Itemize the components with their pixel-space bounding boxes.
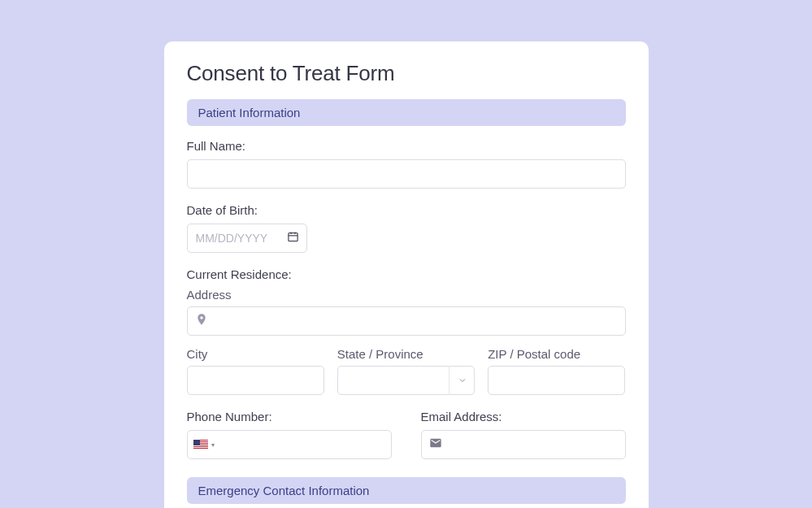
state-select[interactable]: [337, 366, 475, 395]
form-title: Consent to Treat Form: [187, 61, 626, 86]
city-label: City: [187, 347, 324, 361]
city-input[interactable]: [187, 366, 324, 395]
field-dob: Date of Birth:: [187, 203, 626, 253]
section-header-patient: Patient Information: [187, 99, 626, 126]
field-residence: Current Residence: Address City State / …: [187, 267, 626, 395]
field-phone: Phone Number: ▾: [187, 410, 392, 459]
address-input[interactable]: [187, 306, 626, 336]
dob-label: Date of Birth:: [187, 203, 626, 217]
email-input[interactable]: [421, 430, 626, 459]
full-name-input[interactable]: [187, 159, 626, 189]
zip-input[interactable]: [488, 366, 625, 395]
section-header-emergency: Emergency Contact Information: [187, 477, 626, 504]
field-full-name: Full Name:: [187, 139, 626, 189]
state-label: State / Province: [337, 347, 475, 361]
email-label: Email Address:: [421, 410, 626, 423]
field-city: City: [187, 347, 324, 395]
field-zip: ZIP / Postal code: [488, 347, 625, 395]
country-flag-selector[interactable]: ▾: [193, 440, 215, 449]
phone-input[interactable]: [187, 430, 392, 459]
residence-label: Current Residence:: [187, 267, 626, 281]
chevron-down-icon: ▾: [211, 441, 215, 449]
dob-input[interactable]: [187, 224, 307, 253]
field-state: State / Province: [337, 347, 475, 395]
phone-label: Phone Number:: [187, 410, 392, 423]
form-card: Consent to Treat Form Patient Informatio…: [164, 41, 649, 508]
us-flag-icon: [193, 440, 208, 449]
address-label: Address: [187, 288, 626, 302]
field-email: Email Address:: [421, 410, 626, 459]
full-name-label: Full Name:: [187, 139, 626, 153]
zip-label: ZIP / Postal code: [488, 347, 625, 361]
